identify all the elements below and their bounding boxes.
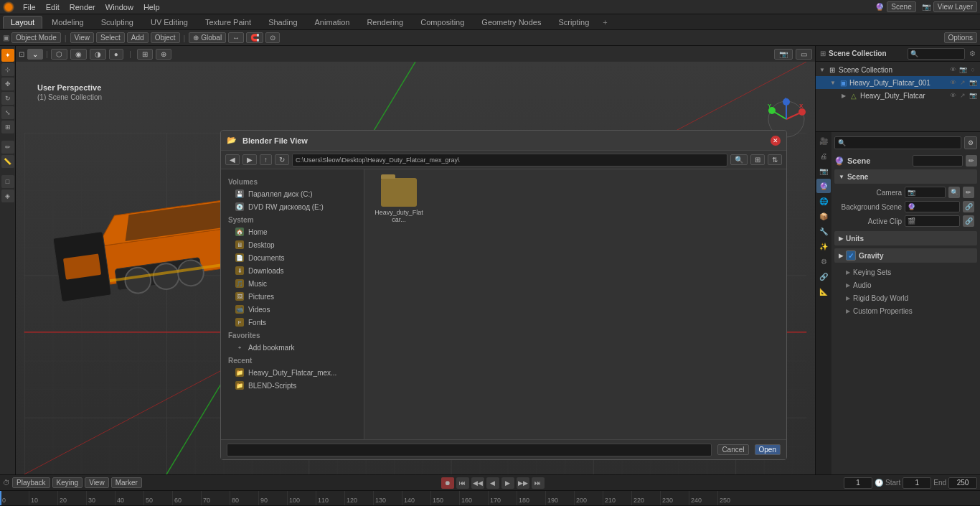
file-view-close-button[interactable]: ✕ (771, 136, 781, 146)
view-layer-props-icon[interactable]: 📷 (816, 164, 831, 178)
tab-modeling[interactable]: Modeling (44, 16, 92, 29)
camera-prop-field[interactable]: 📷 (905, 187, 946, 198)
menu-edit[interactable]: Edit (42, 2, 64, 12)
tab-rendering[interactable]: Rendering (359, 16, 411, 29)
snap-button[interactable]: 🧲 (246, 32, 263, 43)
scene-name-field[interactable] (913, 155, 963, 167)
next-frame-btn[interactable]: ▶▶ (517, 477, 529, 489)
add-mesh-icon[interactable]: ◈ (1, 189, 14, 202)
object-mode-dropdown[interactable]: Object Mode (11, 32, 61, 43)
vis-eye-icon-2[interactable]: 👁 (948, 78, 957, 87)
physics-props-icon[interactable]: ⚙ (816, 254, 831, 268)
playback-dropdown[interactable]: Playback (12, 477, 50, 488)
file-view-main-area[interactable]: Heavy_duty_Flatcar... (364, 169, 786, 439)
object-menu[interactable]: Object (151, 32, 180, 43)
fv-music[interactable]: 🎵 Music (221, 277, 364, 290)
tab-sculpting[interactable]: Sculpting (93, 16, 141, 29)
fv-fwd-btn[interactable]: ▶ (242, 154, 257, 165)
outliner-search-input[interactable] (908, 48, 965, 60)
vis-render-icon-3[interactable]: 📷 (969, 91, 977, 100)
menu-window[interactable]: Window (101, 2, 138, 12)
menu-file[interactable]: File (19, 2, 40, 12)
prop-filter-btn[interactable]: ⚙ (964, 136, 977, 149)
fv-recent-2[interactable]: 📁 BLEND-Scripts (221, 379, 364, 392)
expander-scene-collection[interactable]: ▼ (819, 66, 826, 73)
menu-help[interactable]: Help (139, 2, 164, 12)
fv-drive-c[interactable]: 💾 Параллел диск (C:) (221, 187, 364, 200)
start-frame-field[interactable]: 1 (903, 477, 931, 489)
fv-home[interactable]: 🏠 Home (221, 225, 364, 238)
fv-sort-btn[interactable]: ⇅ (768, 154, 782, 165)
menu-render[interactable]: Render (65, 2, 100, 12)
constraints-props-icon[interactable]: 🔗 (816, 269, 831, 284)
vis-eye-icon[interactable]: 👁 (948, 65, 957, 74)
fv-filename-field[interactable] (227, 444, 712, 456)
wireframe-mode-btn[interactable]: ⬡ (51, 49, 67, 60)
gravity-section-header[interactable]: ▶ ✓ Gravity (834, 248, 977, 263)
scale-tool-icon[interactable]: ⤡ (1, 106, 14, 119)
fv-recent-1[interactable]: 📁 Heavy_Duty_Flatcar_mex... (221, 366, 364, 379)
tab-scripting[interactable]: Scripting (550, 16, 597, 29)
world-props-icon[interactable]: 🌐 (816, 194, 831, 208)
tab-layout[interactable]: Layout (3, 16, 42, 29)
active-clip-field[interactable]: 🎬 (905, 215, 960, 227)
viewport-3d[interactable]: ITTX 131 I20 MX.FLAT CAR (16, 62, 815, 474)
object-props-icon[interactable]: 📦 (816, 209, 831, 223)
particles-props-icon[interactable]: ✨ (816, 239, 831, 253)
rendered-mode-btn[interactable]: ● (109, 49, 123, 60)
tab-shading[interactable]: Shading (260, 16, 305, 29)
keying-dropdown[interactable]: Keying (52, 477, 83, 488)
rigid-body-world-item[interactable]: ▶ Rigid Body World (834, 291, 977, 304)
fv-up-btn[interactable]: ↑ (260, 154, 272, 165)
camera-eyedropper-icon[interactable]: 🔍 (948, 187, 960, 198)
fv-videos[interactable]: 📹 Videos (221, 303, 364, 316)
material-mode-btn[interactable]: ◑ (90, 49, 106, 60)
transform-orientation[interactable]: ↔ (228, 32, 244, 43)
fv-downloads[interactable]: ⬇ Downloads (221, 264, 364, 277)
region-view-btn[interactable]: ▭ (796, 49, 812, 60)
active-clip-icon[interactable]: 🔗 (963, 215, 974, 227)
scene-props-icon[interactable]: 🔮 (816, 179, 831, 193)
add-menu[interactable]: Add (127, 32, 149, 43)
scene-name[interactable]: Scene (887, 1, 915, 12)
fv-refresh-btn[interactable]: ↻ (275, 154, 289, 165)
vis-select-icon-3[interactable]: ↗ (958, 91, 967, 100)
custom-properties-item[interactable]: ▶ Custom Properties (834, 304, 977, 317)
prev-keyframe-btn[interactable]: ◀◀ (471, 477, 484, 489)
scene-edit-btn[interactable]: ✏ (966, 155, 977, 167)
scene-section-header[interactable]: ▼ Scene (834, 169, 977, 184)
camera-edit-icon[interactable]: ✏ (963, 187, 974, 198)
jump-start-btn[interactable]: ⏮ (456, 477, 469, 489)
next-keyframe-btn[interactable]: ⏭ (532, 477, 545, 489)
prev-frame-btn[interactable]: ◀ (486, 477, 499, 489)
data-props-icon[interactable]: 📐 (816, 284, 831, 299)
viewport-header-more[interactable]: ⌄ (27, 49, 43, 60)
fv-documents[interactable]: 📄 Documents (221, 251, 364, 264)
outliner-row-flatcar-001[interactable]: ▼ ▣ Heavy_Duty_Flatcar_001 👁 ↗ 📷 (816, 76, 980, 89)
record-btn[interactable]: ⏺ (441, 477, 454, 489)
expander-flatcar-001[interactable]: ▼ (829, 79, 837, 86)
fv-desktop[interactable]: 🖥 Desktop (221, 238, 364, 251)
outliner-row-scene-collection[interactable]: ▼ ⊞ Scene Collection 👁 📷 ○ (816, 63, 980, 76)
gravity-checkbox[interactable]: ✓ (846, 250, 856, 261)
background-scene-icon[interactable]: 🔗 (963, 201, 974, 212)
modifier-props-icon[interactable]: 🔧 (816, 224, 831, 238)
keying-sets-item[interactable]: ▶ Keying Sets (834, 266, 977, 278)
view-dropdown[interactable]: View (85, 477, 109, 488)
measure-tool-icon[interactable]: 📏 (1, 155, 14, 168)
prop-search-input[interactable]: 🔍 (834, 136, 961, 149)
view-menu[interactable]: View (70, 32, 95, 43)
play-btn[interactable]: ▶ (501, 477, 514, 489)
solid-mode-btn[interactable]: ◉ (70, 49, 87, 60)
fv-search-btn[interactable]: 🔍 (730, 154, 748, 165)
move-tool-icon[interactable]: ✥ (1, 78, 14, 90)
marker-dropdown[interactable]: Marker (111, 477, 142, 488)
vis-hide-icon[interactable]: ○ (969, 65, 977, 74)
end-frame-field[interactable]: 250 (948, 477, 977, 489)
background-scene-field[interactable]: 🔮 (905, 201, 960, 212)
fv-add-bookmark[interactable]: + Add bookmark (221, 341, 364, 354)
gizmo-btn[interactable]: ⊕ (156, 49, 171, 60)
options-button[interactable]: Options (944, 32, 977, 43)
view-layer-name[interactable]: View Layer (933, 1, 977, 12)
output-props-icon[interactable]: 🖨 (816, 149, 831, 163)
